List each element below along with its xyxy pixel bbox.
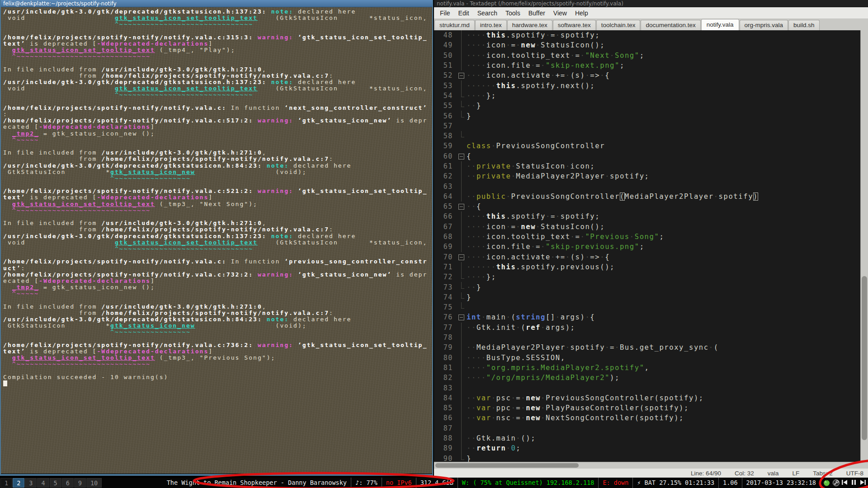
code-line[interactable]: 82····"/org/mpris/MediaPlayer2"); [436, 373, 860, 383]
horizontal-scrollbar-thumb[interactable] [435, 463, 579, 468]
fold-margin[interactable] [457, 333, 467, 343]
fold-margin[interactable] [457, 323, 467, 333]
code-line[interactable]: 85··var·ppc·=·new·PlayPauseController(sp… [436, 403, 860, 413]
code-line[interactable]: 64··public·PreviousSongController(MediaP… [436, 192, 860, 202]
code-line[interactable]: 56} [436, 111, 860, 121]
terminal-titlebar[interactable]: felix@denkplatte:~/projects/spotify-noti… [1, 0, 432, 7]
code-line[interactable]: 74} [436, 292, 860, 302]
code-line[interactable]: 86··var·nsc·=·new·NextSongController(spo… [436, 413, 860, 423]
fold-margin[interactable] [457, 80, 467, 90]
code-line[interactable]: 66····this.spotify·=·spotify; [436, 211, 860, 221]
workspace-button-6[interactable]: 6 [62, 478, 74, 488]
code-line[interactable]: 59class·PreviousSongController [436, 141, 860, 151]
code-line[interactable]: 65··{ [436, 202, 860, 211]
fold-margin[interactable] [457, 232, 467, 242]
tab-intro.tex[interactable]: intro.tex [475, 20, 507, 30]
menu-search[interactable]: Search [473, 8, 501, 18]
workspace-button-2[interactable]: 2 [13, 478, 24, 488]
code-line[interactable]: 69····icon.file·=·"skip-previous.png"; [436, 242, 860, 252]
green-dot-tray-icon[interactable] [823, 479, 830, 487]
fold-margin[interactable] [457, 393, 467, 403]
fold-margin[interactable] [457, 30, 467, 40]
menu-buffer[interactable]: Buffer [524, 8, 549, 18]
menu-view[interactable]: View [549, 8, 571, 18]
fold-margin[interactable] [457, 111, 467, 121]
workspace-button-4[interactable]: 4 [37, 478, 49, 488]
fold-margin[interactable] [457, 262, 467, 272]
tab-notify.vala[interactable]: notify.vala [701, 19, 739, 30]
tab-documentation.tex[interactable]: documentation.tex [641, 20, 700, 30]
code-line[interactable]: 88··Gtk.main·(); [436, 433, 860, 443]
code-line[interactable]: 49····icon·=·new·StatusIcon(); [436, 40, 860, 50]
fold-margin[interactable] [457, 40, 467, 50]
tab-hardware.tex[interactable]: hardware.tex [507, 20, 552, 30]
fold-margin[interactable] [457, 121, 467, 131]
fold-margin[interactable] [457, 443, 467, 453]
code-line[interactable]: 68····icon.tooltip_text·=·"Previous·Song… [436, 232, 860, 242]
tab-toolchain.tex[interactable]: toolchain.tex [596, 20, 641, 30]
vertical-scrollbar[interactable] [860, 30, 868, 462]
terminal-window[interactable]: felix@denkplatte:~/projects/spotify-noti… [0, 0, 433, 476]
fold-margin[interactable] [457, 51, 467, 61]
textadept-window[interactable]: notify.vala - Textadept (/home/felix/pro… [434, 0, 868, 478]
tab-struktur.md[interactable]: struktur.md [434, 20, 475, 30]
code-line[interactable]: 83 [436, 383, 860, 393]
workspace-button-5[interactable]: 5 [50, 478, 61, 488]
fold-margin[interactable] [457, 91, 467, 101]
pause-icon[interactable] [851, 479, 856, 487]
steam-tray-icon[interactable] [832, 479, 840, 487]
code-line[interactable]: 55··} [436, 101, 860, 111]
fold-margin[interactable] [457, 363, 467, 373]
code-line[interactable]: 84··var·psc·=·new·PreviousSongController… [436, 393, 860, 403]
code-line[interactable]: 76int·main·(string[]·args)·{ [436, 312, 860, 322]
fold-margin[interactable] [457, 202, 467, 211]
code-line[interactable]: 73··} [436, 282, 860, 292]
fold-margin[interactable] [457, 161, 467, 171]
menu-tools[interactable]: Tools [501, 8, 524, 18]
code-line[interactable]: 81····"org.mpris.MediaPlayer2.spotify", [436, 363, 860, 373]
code-line[interactable]: 63 [436, 181, 860, 191]
fold-margin[interactable] [457, 353, 467, 363]
code-line[interactable]: 70····icon.activate·+=·(s)·=>·{ [436, 252, 860, 262]
code-line[interactable]: 80····BusType.SESSION, [436, 353, 860, 363]
code-line[interactable]: 52····icon.activate·+=·(s)·=>·{ [436, 70, 860, 80]
fold-margin[interactable] [457, 292, 467, 302]
code-area[interactable]: 48····this.spotify·=·spotify;49····icon·… [434, 30, 860, 462]
fold-margin[interactable] [457, 343, 467, 352]
code-line[interactable]: 50····icon.tooltip_text·=·"Next·Song"; [436, 51, 860, 61]
menu-file[interactable]: File [436, 8, 454, 18]
code-line[interactable]: 62··private·MediaPlayer2Player·spotify; [436, 171, 860, 181]
code-line[interactable]: 72····}; [436, 272, 860, 282]
fold-margin[interactable] [457, 61, 467, 70]
fold-margin[interactable] [457, 282, 467, 292]
fold-margin[interactable] [457, 383, 467, 393]
code-line[interactable]: 60{ [436, 151, 860, 161]
fold-margin[interactable] [457, 101, 467, 111]
menu-edit[interactable]: Edit [454, 8, 473, 18]
fold-margin[interactable] [457, 70, 467, 80]
code-line[interactable]: 77··Gtk.init·(ref·args); [436, 323, 860, 333]
code-line[interactable]: 75 [436, 302, 860, 312]
code-line[interactable]: 71······this.spotify.previous(); [436, 262, 860, 272]
code-line[interactable]: 51····icon.file·=·"skip-next.png"; [436, 61, 860, 70]
fold-margin[interactable] [457, 453, 467, 462]
code-line[interactable]: 87 [436, 423, 860, 433]
code-line[interactable]: 57 [436, 121, 860, 131]
workspace-button-9[interactable]: 9 [74, 478, 86, 488]
workspace-button-3[interactable]: 3 [25, 478, 37, 488]
tab-org-mpris.vala[interactable]: org-mpris.vala [740, 20, 788, 30]
next-track-icon[interactable] [860, 479, 866, 487]
workspace-button-1[interactable]: 1 [0, 478, 12, 488]
horizontal-scrollbar[interactable] [434, 462, 868, 469]
code-line[interactable]: 89··return·0; [436, 443, 860, 453]
fold-margin[interactable] [457, 181, 467, 191]
code-line[interactable]: 53······this.spotify.next(); [436, 80, 860, 90]
code-line[interactable]: 48····this.spotify·=·spotify; [436, 30, 860, 40]
code-line[interactable]: 54····}; [436, 91, 860, 101]
fold-margin[interactable] [457, 312, 467, 322]
previous-track-icon[interactable] [841, 479, 848, 487]
code-line[interactable]: 79··MediaPlayer2Player·spotify·=·Bus.get… [436, 343, 860, 352]
workspace-button-10[interactable]: 10 [86, 478, 102, 488]
textadept-titlebar[interactable]: notify.vala - Textadept (/home/felix/pro… [434, 0, 868, 7]
fold-margin[interactable] [457, 171, 467, 181]
